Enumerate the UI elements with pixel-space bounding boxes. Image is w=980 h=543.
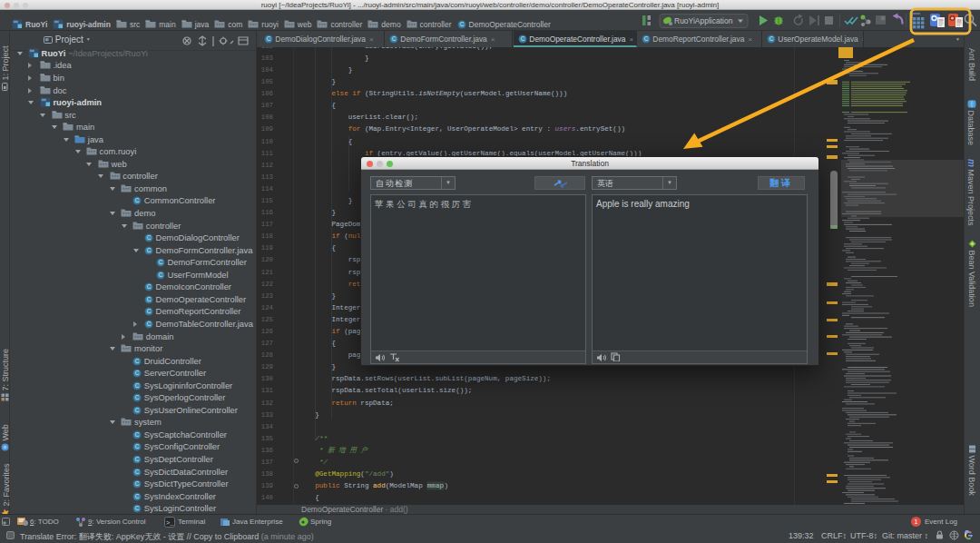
svg-text:C: C: [769, 35, 774, 42]
svg-text:C: C: [135, 358, 140, 364]
svg-text:C: C: [135, 469, 140, 475]
svg-text:C: C: [459, 21, 464, 27]
svg-text:C: C: [135, 456, 140, 462]
svg-text:RuoYiApplication: RuoYiApplication: [674, 16, 733, 25]
svg-text:C: C: [158, 272, 162, 278]
svg-text:C: C: [135, 493, 140, 499]
svg-text:C: C: [147, 321, 152, 327]
svg-text:>_: >_: [166, 519, 174, 527]
svg-text:C: C: [135, 198, 140, 204]
svg-text:C: C: [135, 480, 140, 487]
svg-text:C: C: [135, 431, 140, 438]
svg-text:C: C: [392, 35, 397, 42]
svg-text:C: C: [267, 35, 271, 42]
svg-text:C: C: [135, 395, 140, 401]
svg-text:C: C: [135, 370, 140, 376]
svg-text:C: C: [135, 506, 140, 512]
svg-text:C: C: [135, 444, 140, 450]
svg-text:C: C: [147, 296, 152, 302]
svg-text:C: C: [147, 234, 152, 241]
svg-text:C: C: [521, 35, 525, 42]
svg-text:C: C: [135, 407, 140, 413]
svg-text:C: C: [147, 284, 152, 291]
svg-text:C: C: [147, 247, 152, 253]
svg-text:C: C: [135, 382, 140, 389]
svg-text:C: C: [644, 35, 649, 42]
svg-text:C: C: [158, 260, 162, 266]
svg-text:C: C: [147, 309, 152, 315]
